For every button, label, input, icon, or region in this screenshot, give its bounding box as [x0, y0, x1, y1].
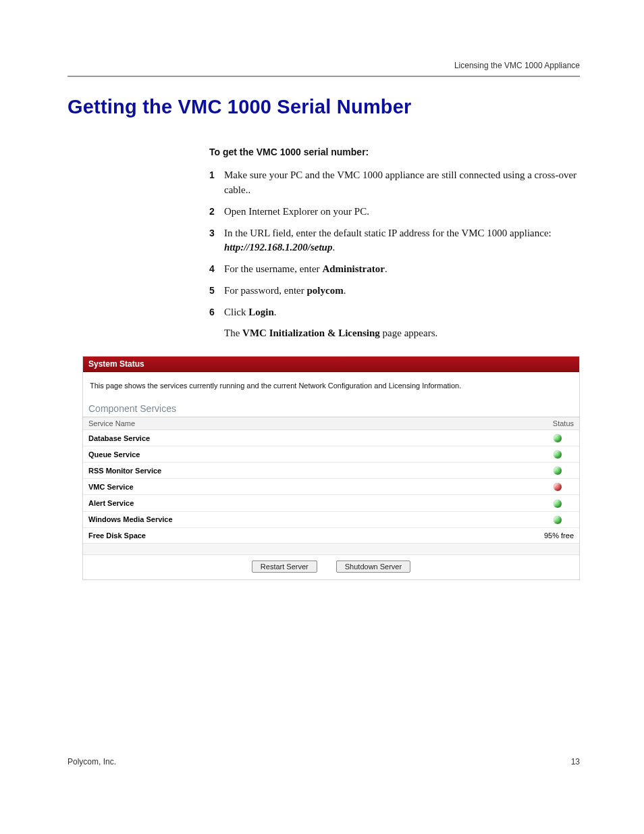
- free-disk-value: 95% free: [527, 531, 574, 540]
- service-name: VMC Service: [88, 483, 527, 491]
- step-text: For the username, enter Administrator.: [224, 262, 580, 277]
- step-text: Make sure your PC and the VMC 1000 appli…: [224, 168, 580, 198]
- step-1: 1 Make sure your PC and the VMC 1000 app…: [209, 168, 580, 198]
- step-4: 4 For the username, enter Administrator.: [209, 262, 580, 277]
- step-list: 1 Make sure your PC and the VMC 1000 app…: [209, 168, 580, 341]
- step-number: 5: [209, 284, 224, 298]
- table-row: Free Disk Space 95% free: [83, 528, 579, 544]
- system-status-panel: System Status This page shows the servic…: [82, 356, 580, 580]
- procedure-heading: To get the VMC 1000 serial number:: [209, 145, 580, 159]
- table-row: VMC Service: [83, 479, 579, 495]
- running-head: Licensing the VMC 1000 Appliance: [68, 61, 580, 77]
- step-2: 2 Open Internet Explorer on your PC.: [209, 205, 580, 219]
- panel-description: This page shows the services currently r…: [83, 372, 579, 402]
- service-name: Queue Service: [88, 450, 527, 459]
- table-row: Windows Media Service: [83, 512, 579, 528]
- footer-page-number: 13: [571, 757, 580, 766]
- status-indicator-icon: [554, 467, 562, 475]
- col-status: Status: [527, 419, 574, 427]
- step-number: 1: [209, 168, 224, 198]
- step-text: Click Login. The VMC Initialization & Li…: [224, 305, 580, 342]
- service-name: Alert Service: [88, 499, 527, 507]
- step-6: 6 Click Login. The VMC Initialization & …: [209, 305, 580, 342]
- step-text: Open Internet Explorer on your PC.: [224, 205, 580, 219]
- table-header: Service Name Status: [83, 417, 579, 430]
- body-content: To get the VMC 1000 serial number: 1 Mak…: [209, 145, 580, 341]
- status-indicator-icon: [554, 483, 562, 491]
- service-name: Windows Media Service: [88, 515, 527, 523]
- table-row: RSS Monitor Service: [83, 463, 579, 479]
- service-name: RSS Monitor Service: [88, 467, 527, 475]
- table-row: Queue Service: [83, 446, 579, 463]
- service-name: Free Disk Space: [88, 531, 527, 540]
- shutdown-server-button[interactable]: Shutdown Server: [336, 561, 410, 573]
- step-text: For password, enter polycom.: [224, 284, 580, 298]
- status-indicator-icon: [554, 516, 562, 524]
- restart-server-button[interactable]: Restart Server: [252, 561, 317, 573]
- panel-gap: [83, 544, 579, 555]
- footer-company: Polycom, Inc.: [68, 757, 116, 766]
- panel-title-bar: System Status: [83, 357, 579, 372]
- section-heading: Component Services: [83, 402, 579, 417]
- panel-button-row: Restart Server Shutdown Server: [83, 555, 579, 579]
- table-row: Alert Service: [83, 495, 579, 511]
- service-name: Database Service: [88, 434, 527, 442]
- step-3: 3 In the URL field, enter the default st…: [209, 226, 580, 256]
- status-indicator-icon: [554, 500, 562, 508]
- status-indicator-icon: [554, 434, 562, 442]
- col-service-name: Service Name: [88, 419, 527, 427]
- step-number: 3: [209, 226, 224, 256]
- page-title: Getting the VMC 1000 Serial Number: [68, 96, 580, 118]
- step-number: 6: [209, 305, 224, 342]
- step-number: 4: [209, 262, 224, 277]
- step-5: 5 For password, enter polycom.: [209, 284, 580, 298]
- status-indicator-icon: [554, 450, 562, 459]
- step-number: 2: [209, 205, 224, 219]
- table-row: Database Service: [83, 430, 579, 446]
- page-footer: Polycom, Inc. 13: [68, 757, 580, 766]
- step-text: In the URL field, enter the default stat…: [224, 226, 580, 256]
